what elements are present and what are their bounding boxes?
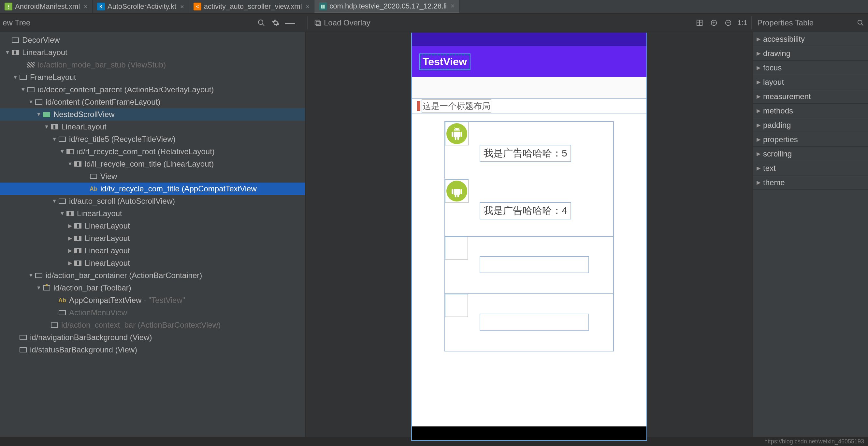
- close-icon[interactable]: ×: [306, 3, 310, 10]
- zoom-in-icon[interactable]: [707, 16, 721, 30]
- property-group-methods[interactable]: ▶methods: [753, 104, 868, 118]
- tree-node-linearlayout[interactable]: ▶LinearLayout: [0, 232, 305, 244]
- tab-manifest[interactable]: ⋮ AndroidManifest.xml ×: [0, 0, 93, 13]
- layout-preview[interactable]: TestView 这是一个标题布局 我是广告哈哈哈：5: [306, 32, 753, 437]
- tab-layout-xml[interactable]: < activity_auto_scroller_view.xml ×: [189, 0, 314, 13]
- tree-node-appcompat-tv[interactable]: Abid/tv_recycle_com_title (AppCompatText…: [0, 183, 305, 195]
- load-overlay-button[interactable]: Load Overlay: [310, 16, 375, 30]
- tree-node-ll-title[interactable]: ▼id/ll_recycle_com_title (LinearLayout): [0, 158, 305, 170]
- tree-node-linearlayout[interactable]: ▶LinearLayout: [0, 244, 305, 257]
- property-group-drawing[interactable]: ▶drawing: [753, 46, 868, 61]
- search-icon[interactable]: [254, 16, 269, 30]
- tab-label: com.hdp.testvie_2020.05.17_12.28.li: [330, 2, 447, 10]
- ad-text: 我是广告哈哈哈：5: [479, 145, 571, 162]
- blank-area: [412, 77, 646, 98]
- tree-node-view[interactable]: View: [0, 170, 305, 183]
- ad-item[interactable]: 我是广告哈哈哈：5: [445, 122, 613, 179]
- device-frame: TestView 这是一个标题布局 我是广告哈哈哈：5: [411, 33, 647, 441]
- tree-node-linearlayout[interactable]: ▶LinearLayout: [0, 220, 305, 232]
- scroll-card: [444, 237, 614, 294]
- ad-item-empty[interactable]: [445, 294, 613, 352]
- tool-row: ew Tree — Load Overlay 1:1: [0, 14, 868, 32]
- tree-node-linearlayout[interactable]: ▶LinearLayout: [0, 257, 305, 269]
- property-group-accessibility[interactable]: ▶accessibility: [753, 32, 868, 46]
- svg-rect-3: [316, 21, 320, 25]
- tree-node-contextbar[interactable]: id/action_context_bar (ActionBarContextV…: [0, 319, 305, 331]
- load-overlay-label: Load Overlay: [324, 18, 370, 27]
- close-icon[interactable]: ×: [180, 3, 184, 10]
- ad-text: 我是广告哈哈哈：4: [479, 202, 571, 219]
- property-group-padding[interactable]: ▶padding: [753, 118, 868, 132]
- ad-item-empty[interactable]: [445, 237, 613, 294]
- property-group-focus[interactable]: ▶focus: [753, 61, 868, 75]
- android-avatar-icon: [446, 123, 467, 144]
- tree-node-decorview[interactable]: DecorView: [0, 34, 305, 46]
- tree-toolbar: —: [254, 16, 297, 30]
- property-group-scrolling[interactable]: ▶scrolling: [753, 147, 868, 161]
- tree-node-actionmenu[interactable]: ActionMenuView: [0, 306, 305, 319]
- tree-node-statusbg[interactable]: id/statusBarBackground (View): [0, 344, 305, 356]
- ad-text-empty: [479, 314, 589, 331]
- property-group-text[interactable]: ▶text: [753, 161, 868, 175]
- avatar-box: [445, 294, 468, 317]
- tab-activity-kt[interactable]: K AutoScrollerActivity.kt ×: [93, 0, 189, 13]
- property-group-measurement[interactable]: ▶measurement: [753, 89, 868, 104]
- tree-node-linearlayout[interactable]: ▼LinearLayout: [0, 207, 305, 220]
- status-bar: [412, 33, 646, 46]
- zoom-out-icon[interactable]: [721, 16, 735, 30]
- tree-node-nestedscroll[interactable]: ▼NestedScrollView: [0, 108, 305, 121]
- tree-node-framelayout[interactable]: ▼FrameLayout: [0, 71, 305, 84]
- tree-node-contentframe[interactable]: ▼id/content (ContentFrameLayout): [0, 96, 305, 108]
- section-title-row[interactable]: 这是一个标题布局: [412, 98, 646, 114]
- tree-node-toolbar[interactable]: ▼id/action_bar (Toolbar): [0, 282, 305, 294]
- inspector-icon: ▥: [319, 2, 327, 10]
- property-group-properties[interactable]: ▶properties: [753, 132, 868, 147]
- section-title-text: 这是一个标题布局: [422, 99, 491, 113]
- separator: [751, 16, 752, 29]
- avatar-box: [445, 179, 468, 203]
- tree-node-relative[interactable]: ▼id/rl_recycle_com_root (RelativeLayout): [0, 145, 305, 158]
- panel-title-view-tree: ew Tree: [0, 18, 32, 27]
- tab-layout-inspector[interactable]: ▥ com.hdp.testvie_2020.05.17_12.28.li ×: [314, 0, 459, 13]
- ad-item[interactable]: 我是广告哈哈哈：4: [445, 179, 613, 237]
- avatar-box: [445, 237, 468, 260]
- minimize-icon[interactable]: —: [283, 16, 297, 30]
- tree-node-viewstub[interactable]: id/action_mode_bar_stub (ViewStub): [0, 59, 305, 71]
- tab-label: AndroidManifest.xml: [15, 2, 80, 11]
- red-indicator: [417, 101, 420, 111]
- gear-icon[interactable]: [269, 16, 283, 30]
- file-icon: <: [193, 3, 202, 10]
- property-group-theme[interactable]: ▶theme: [753, 175, 868, 190]
- component-tree[interactable]: DecorView ▼LinearLayout id/action_mode_b…: [0, 32, 306, 437]
- tree-node-linearlayout[interactable]: ▼LinearLayout: [0, 121, 305, 133]
- tree-node-navbg[interactable]: id/navigationBarBackground (View): [0, 331, 305, 344]
- tree-node-appcompat-tv2[interactable]: AbAppCompatTextView - "TestView": [0, 294, 305, 306]
- svg-rect-2: [315, 20, 319, 24]
- close-icon[interactable]: ×: [84, 3, 88, 10]
- tree-node-autoscroll[interactable]: ▼id/auto_scroll (AutoScrollView): [0, 195, 305, 207]
- tab-label: AutoScrollerActivity.kt: [107, 2, 176, 11]
- separator: [307, 16, 308, 29]
- close-icon[interactable]: ×: [451, 2, 455, 10]
- tree-node-actionbar-container[interactable]: ▼id/action_bar_container (ActionBarConta…: [0, 269, 305, 282]
- zoom-ratio[interactable]: 1:1: [735, 19, 749, 27]
- preview-toolbar: 1:1: [692, 16, 751, 30]
- avatar-box: [445, 122, 468, 145]
- svg-line-1: [262, 24, 264, 26]
- svg-point-0: [258, 20, 263, 25]
- file-icon: K: [97, 3, 105, 10]
- app-bar: TestView: [412, 46, 646, 77]
- tree-node-recycle-title[interactable]: ▼id/rec_title5 (RecycleTitleView): [0, 133, 305, 145]
- footer-text: https://blog.csdn.net/weixin_46055193: [765, 438, 864, 445]
- editor-tabs: ⋮ AndroidManifest.xml × K AutoScrollerAc…: [0, 0, 868, 14]
- main-area: DecorView ▼LinearLayout id/action_mode_b…: [0, 32, 868, 437]
- android-avatar-icon: [446, 181, 467, 202]
- app-title[interactable]: TestView: [420, 54, 470, 69]
- grid-icon[interactable]: [692, 16, 707, 30]
- scroll-card: [444, 294, 614, 352]
- properties-panel: Properties Table ▶accessibility▶drawing▶…: [753, 32, 868, 437]
- tree-node-linearlayout[interactable]: ▼LinearLayout: [0, 46, 305, 59]
- tab-label: activity_auto_scroller_view.xml: [204, 2, 302, 11]
- tree-node-actionbaroverlay[interactable]: ▼id/decor_content_parent (ActionBarOverl…: [0, 84, 305, 96]
- property-group-layout[interactable]: ▶layout: [753, 75, 868, 89]
